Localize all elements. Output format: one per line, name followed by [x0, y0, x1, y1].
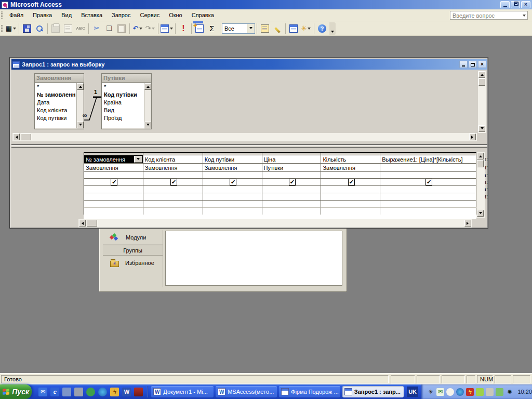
- scroll-right-button[interactable]: [464, 220, 471, 227]
- show-table-button[interactable]: [194, 23, 205, 34]
- scroll-left-button[interactable]: [13, 134, 20, 140]
- sidebar-groups-header[interactable]: Группы: [103, 245, 163, 256]
- or-cell[interactable]: [380, 193, 476, 201]
- scroll-left-button[interactable]: [79, 220, 86, 227]
- copy-button[interactable]: ❏: [103, 23, 115, 34]
- sort-cell[interactable]: [143, 172, 203, 179]
- top-values-combo[interactable]: Все: [222, 23, 255, 34]
- task-button-word2[interactable]: WMSAccess(мето...: [216, 386, 277, 397]
- build-button[interactable]: [272, 23, 283, 34]
- scrollbar-thumb[interactable]: [87, 220, 97, 227]
- field-cell[interactable]: Код путівки: [203, 155, 262, 164]
- database-window-button[interactable]: [288, 23, 299, 34]
- quick-launch-printer-icon[interactable]: [74, 388, 83, 396]
- toolbar-options-button[interactable]: [329, 22, 336, 35]
- grid-vscrollbar[interactable]: [476, 152, 485, 218]
- sidebar-item-modules[interactable]: Модули: [103, 230, 163, 245]
- table-cell[interactable]: Замовлення: [84, 164, 143, 172]
- cut-button[interactable]: ✂: [91, 23, 102, 34]
- menu-insert[interactable]: Вставка: [76, 10, 107, 20]
- table-box-zamovlennya[interactable]: Замовлення * № замовленн Дата Код клієнт…: [34, 73, 84, 129]
- tray-dictionary-icon[interactable]: ϟ: [466, 388, 474, 396]
- tray-globe-icon[interactable]: [456, 388, 464, 396]
- field-cell[interactable]: Ціна: [262, 155, 322, 164]
- menu-help[interactable]: Справка: [187, 10, 219, 20]
- criteria-cell[interactable]: [143, 186, 203, 193]
- criteria-cell[interactable]: [321, 186, 380, 193]
- menu-view[interactable]: Вид: [57, 10, 76, 20]
- table-cell[interactable]: Замовлення: [203, 164, 262, 172]
- combo-dropdown-button[interactable]: [247, 24, 255, 33]
- field-cell[interactable]: Кількість: [321, 155, 380, 164]
- sort-cell[interactable]: [262, 172, 322, 179]
- ask-question-input[interactable]: Введите вопрос: [450, 11, 528, 20]
- empty-cell[interactable]: [380, 208, 476, 215]
- new-object-button[interactable]: ✳: [300, 23, 312, 34]
- quick-launch-show-desktop-icon[interactable]: [62, 388, 71, 396]
- quick-launch-outlook-icon[interactable]: ✉: [38, 388, 47, 396]
- empty-cell[interactable]: [84, 201, 143, 208]
- criteria-cell[interactable]: [84, 186, 143, 193]
- menu-tools[interactable]: Сервис: [135, 10, 164, 20]
- pane-splitter-handle[interactable]: [11, 144, 487, 148]
- table-cell[interactable]: [380, 164, 476, 172]
- table-title[interactable]: Путівки: [102, 74, 151, 83]
- field-list-scrollbar[interactable]: [144, 83, 151, 128]
- tray-pinwheel-icon[interactable]: ✳: [427, 388, 434, 396]
- quick-launch-winamp-icon[interactable]: ϟ: [110, 388, 119, 396]
- field-cell[interactable]: Код клієнта: [143, 155, 203, 164]
- tray-mail-icon[interactable]: ✉: [436, 388, 444, 396]
- menu-file[interactable]: Файл: [5, 10, 28, 20]
- print-button[interactable]: [50, 23, 61, 34]
- or-cell[interactable]: [143, 193, 203, 201]
- database-object-list[interactable]: [165, 231, 342, 286]
- empty-cell[interactable]: [84, 208, 143, 215]
- quick-launch-refresh-icon[interactable]: [86, 388, 95, 396]
- scroll-down-button[interactable]: [478, 125, 485, 132]
- empty-cell[interactable]: [262, 201, 322, 208]
- quick-launch-globe-icon[interactable]: [98, 388, 107, 396]
- table-cell[interactable]: Замовлення: [321, 164, 380, 172]
- toolbar-grip-handle[interactable]: [1, 24, 3, 33]
- or-cell[interactable]: [84, 193, 143, 201]
- tray-spider-icon[interactable]: ✺: [506, 388, 513, 396]
- menubar-grip-handle[interactable]: [1, 11, 3, 19]
- show-checkbox[interactable]: ✔: [111, 179, 117, 185]
- empty-cell[interactable]: [143, 208, 203, 215]
- print-preview-button[interactable]: [62, 23, 74, 34]
- quick-launch-word-icon[interactable]: W: [122, 388, 131, 396]
- paste-button[interactable]: [116, 23, 127, 34]
- view-button[interactable]: ▦: [5, 23, 17, 34]
- or-cell[interactable]: [203, 193, 262, 201]
- scroll-down-button[interactable]: [77, 122, 84, 128]
- field-cell[interactable]: Выражение1: [Ціна]*[Кількість]: [380, 155, 476, 164]
- query-type-button[interactable]: [161, 23, 173, 34]
- query-window-titlebar[interactable]: Запрос1 : запрос на выборку ×: [11, 59, 487, 70]
- redo-button[interactable]: ↷: [144, 23, 156, 34]
- help-button[interactable]: ?: [316, 23, 328, 34]
- table-pane-hscrollbar[interactable]: [12, 133, 477, 141]
- menu-query[interactable]: Запрос: [107, 10, 135, 20]
- minimize-button[interactable]: [500, 1, 510, 8]
- close-button[interactable]: ×: [521, 1, 530, 8]
- menu-window[interactable]: Окно: [164, 10, 187, 20]
- scrollbar-thumb[interactable]: [478, 78, 485, 86]
- show-checkbox[interactable]: ✔: [348, 179, 355, 185]
- scroll-up-button[interactable]: [144, 83, 151, 90]
- task-button-word1[interactable]: WДокумент1 - Mi...: [151, 386, 214, 397]
- grid-hscrollbar[interactable]: [78, 219, 472, 228]
- or-cell[interactable]: [262, 193, 322, 201]
- save-button[interactable]: [21, 23, 33, 34]
- empty-cell[interactable]: [143, 201, 203, 208]
- sidebar-item-favorites[interactable]: ✳ Избранное: [103, 256, 163, 270]
- scroll-down-button[interactable]: [477, 210, 484, 217]
- empty-cell[interactable]: [203, 201, 262, 208]
- query-minimize-button[interactable]: [459, 61, 468, 68]
- empty-cell[interactable]: [203, 208, 262, 215]
- totals-button[interactable]: Σ: [206, 23, 218, 34]
- sort-cell[interactable]: [203, 172, 262, 179]
- field-dropdown-button[interactable]: [134, 156, 142, 163]
- tray-clock-icon[interactable]: [446, 388, 454, 396]
- language-indicator[interactable]: UK: [407, 387, 419, 397]
- scroll-up-button[interactable]: [478, 71, 485, 78]
